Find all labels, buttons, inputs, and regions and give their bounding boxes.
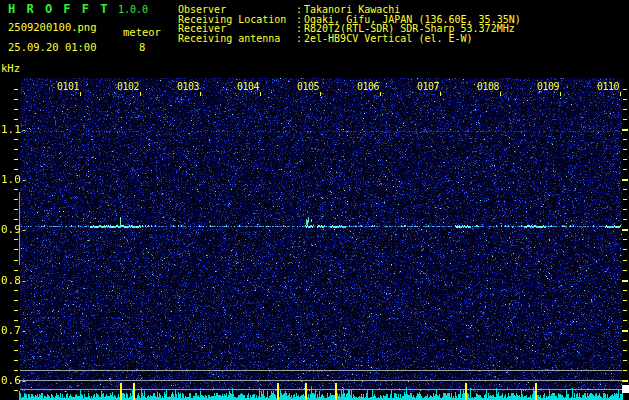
observation-mode-label: meteor — [123, 26, 161, 38]
app-title: H R O F F T — [8, 2, 109, 16]
info-value: 2el-HB9CV Vertical (el. E-W) — [304, 34, 473, 44]
time-tick-label: 0107 — [415, 81, 439, 92]
time-tick-label: 0106 — [355, 81, 379, 92]
frequency-axis-unit-label: kHz — [1, 62, 20, 74]
freq-tick-label: 1.0- — [1, 173, 31, 184]
freq-tick-label: 0.7- — [1, 324, 31, 335]
time-tick-label: 0108 — [475, 81, 499, 92]
station-info-row: Receiving antenna:2el-HB9CV Vertical (el… — [178, 34, 521, 44]
time-tick-label: 0104 — [235, 81, 259, 92]
output-filename: 2509200100.png — [8, 21, 97, 33]
freq-tick-label: 0.6- — [1, 374, 31, 385]
time-tick-label: 0101 — [55, 81, 79, 92]
hrofft-window: H R O F F T 1.0.0 2509200100.png meteor … — [0, 0, 629, 400]
freq-tick-label: 0.9- — [1, 223, 31, 234]
info-colon: : — [296, 34, 304, 44]
observation-datetime: 25.09.20 01:00 — [8, 41, 97, 53]
app-version: 1.0.0 — [118, 4, 148, 15]
info-label: Receiving antenna — [178, 34, 296, 44]
meteor-echo-count: 8 — [139, 41, 145, 53]
freq-tick-label: 0.8- — [1, 274, 31, 285]
time-tick-label: 0102 — [115, 81, 139, 92]
spectrogram-canvas — [0, 78, 629, 400]
time-tick-label: 0110 — [595, 81, 619, 92]
freq-tick-label: 1.1- — [1, 123, 31, 134]
time-tick-label: 0105 — [295, 81, 319, 92]
station-info-block: Observer:Takanori KawachiReceiving Locat… — [178, 5, 521, 43]
time-tick-label: 0109 — [535, 81, 559, 92]
time-tick-label: 0103 — [175, 81, 199, 92]
